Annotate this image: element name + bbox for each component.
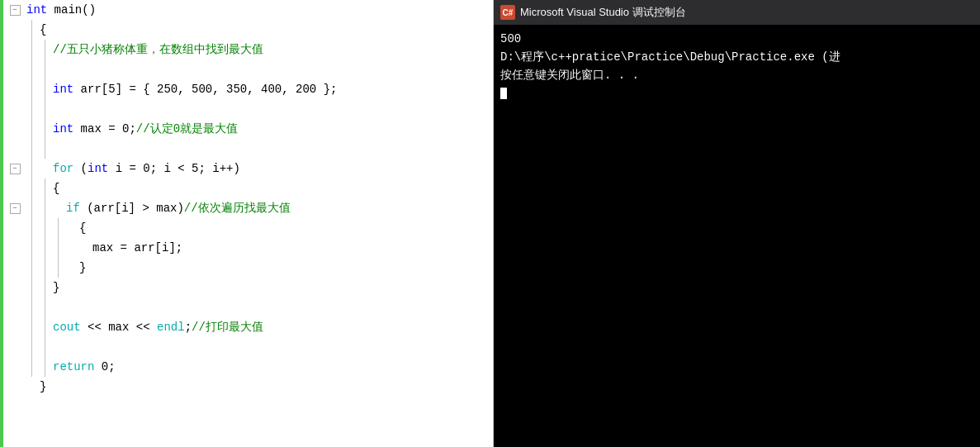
indent-cell2 [40,357,53,377]
code-line-row: { [3,20,493,40]
indent-cell2 [40,337,53,357]
code-line-row [3,337,493,357]
code-line-row: } [3,278,493,297]
gutter-empty [3,377,26,397]
code-line-row: return 0; [3,357,493,377]
code-text: for (int i = 0; i < 5; i++) [53,159,240,178]
vs-icon: C# [500,5,515,20]
gutter-fold[interactable]: − [3,159,26,178]
indent-cell [26,278,40,297]
console-panel: C# Microsoft Visual Studio 调试控制台 500 D:\… [494,0,980,447]
indent-cell [26,357,40,377]
gutter-empty [3,139,26,159]
indent-cell2 [40,59,53,79]
indent-cell [26,218,40,238]
code-line-row [3,99,493,119]
console-output-prompt: 按任意键关闭此窗口. . . [500,66,973,84]
code-line-row [3,59,493,79]
indent-cell2 [40,218,53,238]
indent-cell [26,317,40,337]
indent-cell [26,297,40,317]
indent-cell [26,20,40,40]
code-line-row: cout << max << endl;//打印最大值 [3,317,493,337]
indent-cell2 [40,159,53,178]
indent-cell3 [53,238,66,258]
fold-button-if[interactable]: − [10,203,21,214]
code-editor: − int main() { //五只小猪称体重，在数组中找到最大值 [0,0,494,447]
code-line-row [3,297,493,317]
gutter-empty [3,337,26,357]
indent-cell [26,198,40,218]
indent-cell2 [40,40,53,59]
indent-cell2 [40,139,53,159]
code-text: int main() [26,0,96,20]
code-line-row: max = arr[i]; [3,238,493,258]
indent-cell2 [40,99,53,119]
console-title: Microsoft Visual Studio 调试控制台 [520,5,686,20]
code-text: { [53,178,59,198]
code-line-row: − int main() [3,0,493,20]
indent-cell [26,79,40,99]
gutter-empty [3,40,26,59]
gutter-empty [3,99,26,119]
gutter-empty [3,178,26,198]
indent-cell [26,59,40,79]
indent-cell [26,238,40,258]
indent-cell2 [40,119,53,139]
code-text: //五只小猪称体重，在数组中找到最大值 [53,40,263,59]
code-text: } [66,258,86,278]
gutter-empty [3,218,26,238]
gutter-fold[interactable]: − [3,198,26,218]
indent-cell2 [40,198,53,218]
code-text: max = arr[i]; [66,238,182,258]
indent-cell3 [53,218,66,238]
indent-cell3 [53,258,66,278]
code-text: } [40,377,46,397]
code-line-row: { [3,178,493,198]
code-text: cout << max << endl;//打印最大值 [53,317,263,337]
indent-cell2 [40,258,53,278]
console-cursor-line [500,84,973,102]
gutter-empty [3,258,26,278]
indent-cell [26,99,40,119]
indent-cell [26,337,40,357]
indent-cell [26,377,40,397]
gutter-empty [3,238,26,258]
indent-cell2 [40,79,53,99]
fold-button-for[interactable]: − [10,164,21,174]
gutter-empty [3,297,26,317]
console-titlebar: C# Microsoft Visual Studio 调试控制台 [494,0,980,25]
indent-cell2 [40,178,53,198]
code-line-row: //五只小猪称体重，在数组中找到最大值 [3,40,493,59]
gutter-empty [3,119,26,139]
code-line-row: int arr[5] = { 250, 500, 350, 400, 200 }… [3,79,493,99]
indent-cell [26,159,40,178]
code-line-row [3,139,493,159]
fold-button-main[interactable]: − [10,5,21,16]
code-text: if (arr[i] > max)//依次遍历找最大值 [53,198,291,218]
indent-cell2 [40,317,53,337]
indent-cell2 [40,278,53,297]
code-lines-container: − int main() { //五只小猪称体重，在数组中找到最大值 [3,0,493,447]
code-line-row: int max = 0;//认定0就是最大值 [3,119,493,139]
code-text: int arr[5] = { 250, 500, 350, 400, 200 }… [53,79,337,99]
indent-cell [26,119,40,139]
indent-cell2 [40,238,53,258]
gutter-fold[interactable]: − [3,0,26,20]
console-output-500: 500 [500,30,973,48]
indent-cell2 [40,297,53,317]
gutter-empty [3,20,26,40]
gutter-empty [3,79,26,99]
indent-cell [26,178,40,198]
code-line-row: { [3,218,493,238]
code-line-row: } [3,377,493,397]
indent-cell [26,139,40,159]
code-text: return 0; [53,357,116,377]
console-output-path: D:\程序\c++pratice\Practice\Debug\Practice… [500,48,973,66]
code-line-row: − if (arr[i] > max)//依次遍历找最大值 [3,198,493,218]
code-line-row: } [3,258,493,278]
indent-cell [26,258,40,278]
console-cursor [500,88,507,99]
code-text: } [53,278,59,297]
code-line-row: − for (int i = 0; i < 5; i++) [3,159,493,178]
